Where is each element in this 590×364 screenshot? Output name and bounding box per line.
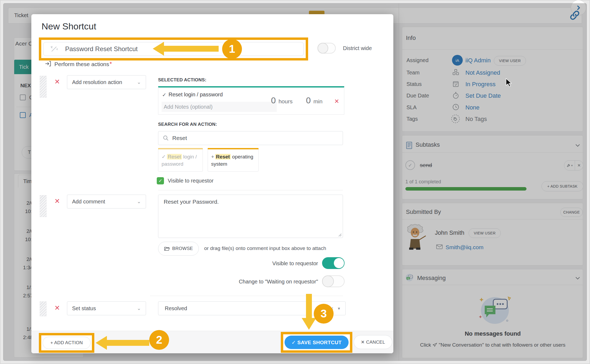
selected-action-card: ✓ Reset login / password Add Notes (opti… [158, 86, 344, 115]
drag-handle[interactable] [40, 301, 47, 316]
drag-handle[interactable] [40, 76, 47, 98]
divider [158, 190, 343, 190]
drag-handle[interactable] [40, 195, 47, 217]
hours-unit: hours [278, 98, 293, 105]
new-shortcut-modal: New Shortcut Password Reset Shortcut 1 D… [31, 14, 393, 353]
action-type-dropdown[interactable]: Add resolution action ⌄ [67, 75, 146, 89]
cancel-label: ✕ CANCEL [361, 339, 385, 345]
check-icon: ✓ [162, 154, 166, 160]
shortcut-name-value: Password Reset Shortcut [65, 45, 138, 53]
add-action-label: + ADD ACTION [50, 340, 83, 346]
toggle-knob [334, 258, 344, 268]
toggle-knob [322, 275, 334, 287]
action-search-field[interactable]: Reset [158, 131, 343, 145]
search-term-highlight: Reset [215, 154, 231, 160]
search-icon [163, 135, 169, 141]
arrow-head [96, 336, 107, 350]
search-value: Reset [172, 135, 187, 141]
selected-check-icon: ✓ [162, 92, 166, 98]
mouse-cursor [505, 78, 513, 87]
waiting-on-requestor-toggle[interactable] [322, 275, 345, 287]
suggestion-accent [158, 148, 203, 149]
search-term-highlight: Reset [167, 154, 182, 160]
action-notes-input[interactable]: Add Notes (optional) [162, 102, 277, 112]
visible-to-requestor-checkbox[interactable]: ✓ [157, 177, 164, 184]
annotation-badge-1: 1 [222, 39, 242, 59]
waiting-toggle-label: Change to "Waiting on requestor" [158, 279, 318, 285]
screen: Ticket Acer C Tick NEX C A T Tim 2/09/ [0, 0, 590, 364]
browse-label: BROWSE [172, 246, 193, 251]
arrow-head [302, 318, 316, 330]
district-wide-label: District wide [343, 45, 372, 51]
action-type-dropdown[interactable]: Set status ⌄ [67, 301, 146, 315]
plus-icon: + [211, 154, 214, 160]
annotation-arrow-1 [153, 42, 219, 56]
annotation-frame-3: ✓ SAVE SHORTCUT [281, 332, 352, 353]
suggestion-reset-login[interactable]: ✓Reset login / password [158, 149, 203, 172]
arrow-shaft [107, 340, 149, 346]
remove-row-button[interactable]: ✕ [54, 197, 60, 205]
notes-placeholder: Add Notes (optional) [164, 104, 212, 110]
chevron-down-icon: ⌄ [137, 305, 141, 311]
selected-action-name: Reset login / password [169, 92, 223, 98]
annotation-badge-2: 2 [149, 330, 169, 350]
selected-actions-heading: SELECTED ACTIONS: [158, 77, 206, 83]
perform-actions-label: Perform these actions [54, 61, 109, 67]
hours-input[interactable]: 0 [271, 96, 276, 105]
action-type-value: Add comment [72, 199, 105, 205]
enter-actions-icon [45, 60, 52, 67]
toggle-knob [318, 43, 328, 54]
visible-to-requestor-label: Visible to requestor [168, 178, 214, 184]
suggestion-accent [208, 148, 259, 149]
modal-title: New Shortcut [42, 21, 96, 32]
remove-action-button[interactable]: ✕ [334, 98, 339, 105]
caret-down-icon[interactable]: ▾ [338, 306, 340, 311]
save-shortcut-button[interactable]: ✓ SAVE SHORTCUT [285, 336, 349, 349]
add-action-button[interactable]: + ADD ACTION [43, 337, 91, 349]
minutes-unit: min [313, 98, 323, 105]
required-asterisk: * [110, 60, 112, 67]
annotation-badge-3: 3 [314, 304, 334, 324]
comment-visible-toggle[interactable] [322, 257, 345, 269]
action-type-value: Add resolution action [72, 79, 122, 85]
action-type-dropdown[interactable]: Add comment ⌄ [67, 195, 146, 208]
folder-icon [164, 246, 170, 251]
attach-hint: or drag file(s) onto comment input box a… [204, 245, 326, 251]
arrow-shaft [306, 294, 312, 318]
suggestion-reset-os[interactable]: +Reset operating system [208, 149, 259, 172]
chevron-down-icon: ⌄ [137, 79, 141, 85]
remove-row-button[interactable]: ✕ [54, 304, 60, 312]
cancel-button[interactable]: ✕ CANCEL [354, 335, 392, 349]
annotation-arrow-2 [96, 336, 149, 350]
search-action-heading: SEARCH FOR AN ACTION: [158, 122, 217, 127]
arrow-head [153, 42, 164, 56]
status-select-value: Resolved [165, 305, 187, 312]
comment-text: Reset your Password. [164, 199, 219, 205]
action-type-value: Set status [72, 305, 96, 312]
district-wide-toggle[interactable] [318, 43, 336, 54]
browse-button[interactable]: BROWSE [158, 242, 199, 256]
minutes-input[interactable]: 0 [306, 96, 311, 105]
remove-row-button[interactable]: ✕ [54, 78, 60, 86]
chevron-down-icon: ⌄ [137, 199, 141, 204]
visible-toggle-label: Visible to requestor [158, 260, 318, 267]
save-shortcut-label: ✓ SAVE SHORTCUT [292, 339, 342, 346]
resize-handle-icon[interactable] [338, 233, 342, 237]
arrow-shaft [164, 46, 219, 52]
annotation-frame-2: + ADD ACTION [39, 333, 94, 353]
comment-textarea[interactable]: Reset your Password. [158, 195, 343, 238]
magic-wand-icon [50, 44, 59, 54]
